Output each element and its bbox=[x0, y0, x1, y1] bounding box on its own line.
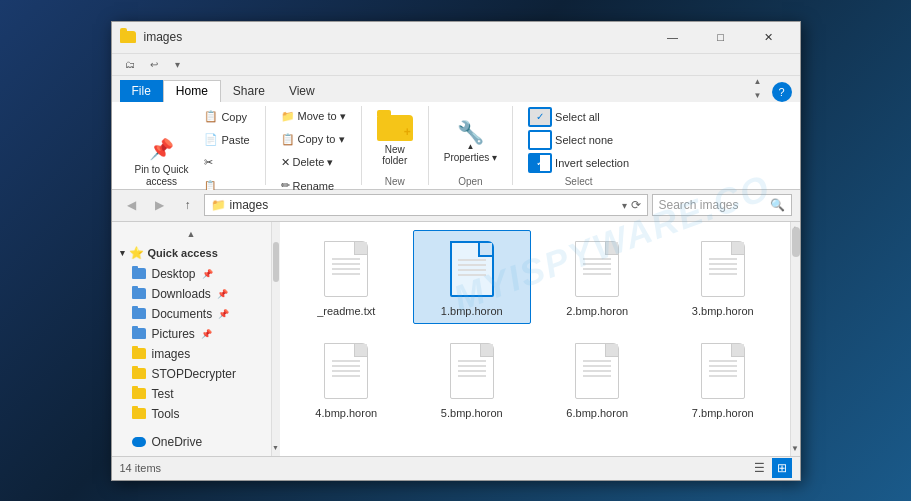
sidebar-item-stopdecrypter[interactable]: STOPDecrypter bbox=[112, 364, 271, 384]
list-view-button[interactable]: ☰ bbox=[750, 458, 770, 478]
cut-button[interactable]: ✂ bbox=[197, 152, 256, 174]
new-folder-label: Newfolder bbox=[382, 144, 407, 166]
open-group: 🔧 ▲ Properties ▾ Open bbox=[429, 106, 513, 185]
view-buttons: ☰ ⊞ bbox=[750, 458, 792, 478]
copy-to-button[interactable]: 📋 Copy to ▾ bbox=[274, 129, 352, 151]
sidebar-item-test[interactable]: Test bbox=[112, 384, 271, 404]
scroll-down-arrow[interactable]: ▼ bbox=[791, 442, 800, 456]
ribbon-expand-down[interactable]: ▼ bbox=[752, 90, 764, 102]
qt-properties-button[interactable]: 🗂 bbox=[120, 55, 140, 73]
documents-label: Documents bbox=[152, 307, 213, 321]
file5-doc-icon bbox=[450, 343, 494, 399]
tools-folder-icon bbox=[132, 408, 146, 419]
file-item-2[interactable]: 2.bmp.horon bbox=[539, 230, 657, 324]
sidebar-scrollbar[interactable]: ▼ bbox=[272, 222, 280, 456]
file2-doc-icon bbox=[575, 241, 619, 297]
sidebar-scroll-up[interactable]: ▲ bbox=[112, 226, 271, 242]
quick-access-label: Quick access bbox=[148, 247, 218, 259]
pictures-folder-icon bbox=[132, 328, 146, 339]
file-item-7[interactable]: 7.bmp.horon bbox=[664, 332, 782, 426]
tab-view[interactable]: View bbox=[277, 80, 327, 102]
back-button[interactable]: ◀ bbox=[120, 193, 144, 217]
properties-button[interactable]: 🔧 ▲ Properties ▾ bbox=[437, 106, 504, 174]
address-bar[interactable]: 📁 images ▾ ⟳ bbox=[204, 194, 648, 216]
file-item-1[interactable]: 1.bmp.horon bbox=[413, 230, 531, 324]
select-group-label: Select bbox=[521, 174, 636, 189]
file-item-6[interactable]: 6.bmp.horon bbox=[539, 332, 657, 426]
sidebar-item-documents[interactable]: Documents 📌 bbox=[112, 304, 271, 324]
quick-access-header: ▾ ⭐ Quick access bbox=[112, 242, 271, 264]
qt-dropdown-button[interactable]: ▾ bbox=[168, 55, 188, 73]
test-folder-icon bbox=[132, 388, 146, 399]
pin-icon: 📌 bbox=[149, 137, 174, 161]
paste-label: Paste bbox=[221, 134, 249, 146]
new-buttons: + Newfolder bbox=[370, 106, 420, 174]
minimize-button[interactable]: — bbox=[650, 21, 696, 53]
select-none-icon bbox=[528, 130, 552, 150]
desktop-label: Desktop bbox=[152, 267, 196, 281]
tab-share[interactable]: Share bbox=[221, 80, 277, 102]
sidebar-item-onedrive[interactable]: OneDrive bbox=[112, 432, 271, 452]
file6-icon bbox=[571, 339, 623, 403]
sidebar-item-pictures[interactable]: Pictures 📌 bbox=[112, 324, 271, 344]
file-scrollbar[interactable]: ▲ ▼ bbox=[790, 222, 800, 456]
pictures-label: Pictures bbox=[152, 327, 195, 341]
readme-file-icon bbox=[320, 237, 372, 301]
desktop-pin-icon: 📌 bbox=[202, 269, 213, 279]
tab-file[interactable]: File bbox=[120, 80, 163, 102]
close-button[interactable]: ✕ bbox=[746, 21, 792, 53]
file2-filename: 2.bmp.horon bbox=[566, 305, 628, 317]
file-item-5[interactable]: 5.bmp.horon bbox=[413, 332, 531, 426]
sidebar-item-images[interactable]: images bbox=[112, 344, 271, 364]
new-folder-button[interactable]: + Newfolder bbox=[370, 106, 420, 174]
window-icon bbox=[120, 29, 136, 45]
invert-selection-button[interactable]: ✓ Invert selection bbox=[521, 152, 636, 174]
address-dropdown-button[interactable]: ▾ bbox=[622, 200, 627, 211]
sidebar-wrapper: ▲ ▾ ⭐ Quick access Desktop 📌 Downloads 📌 bbox=[112, 222, 280, 456]
window-title: images bbox=[140, 30, 650, 44]
delete-icon: ✕ bbox=[281, 156, 290, 169]
forward-button[interactable]: ▶ bbox=[148, 193, 172, 217]
sidebar-item-downloads[interactable]: Downloads 📌 bbox=[112, 284, 271, 304]
scissors-icon: ✂ bbox=[204, 156, 213, 169]
grid-view-button[interactable]: ⊞ bbox=[772, 458, 792, 478]
ribbon-expand-up[interactable]: ▲ bbox=[752, 76, 764, 88]
quick-access-chevron[interactable]: ▾ bbox=[120, 248, 125, 258]
select-buttons: ✓ Select all Select none ✓ Invert select… bbox=[521, 106, 636, 174]
move-to-label: Move to ▾ bbox=[298, 110, 346, 123]
ribbon-nav: ▲ ▼ bbox=[748, 76, 768, 102]
move-icon: 📁 bbox=[281, 110, 295, 123]
tab-home[interactable]: Home bbox=[163, 80, 221, 102]
images-folder-icon bbox=[132, 348, 146, 359]
select-none-button[interactable]: Select none bbox=[521, 129, 620, 151]
search-placeholder: Search images bbox=[659, 198, 739, 212]
properties-arrow: ▲ bbox=[466, 142, 474, 151]
help-button[interactable]: ? bbox=[772, 82, 792, 102]
copy-button[interactable]: 📋 Copy bbox=[197, 106, 256, 128]
file-item-4[interactable]: 4.bmp.horon bbox=[288, 332, 406, 426]
stopdecrypter-label: STOPDecrypter bbox=[152, 367, 236, 381]
sidebar-item-tools[interactable]: Tools bbox=[112, 404, 271, 424]
select-all-button[interactable]: ✓ Select all bbox=[521, 106, 607, 128]
maximize-button[interactable]: □ bbox=[698, 21, 744, 53]
pin-quick-access-button[interactable]: 📌 Pin to Quickaccess bbox=[128, 129, 196, 197]
sidebar-item-desktop[interactable]: Desktop 📌 bbox=[112, 264, 271, 284]
search-icon[interactable]: 🔍 bbox=[770, 198, 785, 212]
file-item-3[interactable]: 3.bmp.horon bbox=[664, 230, 782, 324]
ribbon-tabs: File Home Share View ▲ ▼ ? bbox=[112, 76, 800, 102]
scroll-thumb bbox=[792, 227, 800, 257]
downloads-pin-icon: 📌 bbox=[217, 289, 228, 299]
qt-undo-button[interactable]: ↩ bbox=[144, 55, 164, 73]
nav-bar: ◀ ▶ ↑ 📁 images ▾ ⟳ Search images 🔍 bbox=[112, 190, 800, 222]
paste-button[interactable]: 📄 Paste bbox=[197, 129, 256, 151]
sidebar-scroll-down-btn[interactable]: ▼ bbox=[272, 440, 280, 456]
stopdecrypter-folder-icon bbox=[132, 368, 146, 379]
move-to-button[interactable]: 📁 Move to ▾ bbox=[274, 106, 353, 128]
up-button[interactable]: ↑ bbox=[176, 193, 200, 217]
delete-button[interactable]: ✕ Delete ▾ bbox=[274, 152, 341, 174]
refresh-button[interactable]: ⟳ bbox=[631, 198, 641, 212]
organize-buttons: 📁 Move to ▾ 📋 Copy to ▾ ✕ Delete ▾ ✏ Ren… bbox=[274, 106, 353, 197]
file-item-readme[interactable]: _readme.txt bbox=[288, 230, 406, 324]
file4-filename: 4.bmp.horon bbox=[315, 407, 377, 419]
organize-group: 📁 Move to ▾ 📋 Copy to ▾ ✕ Delete ▾ ✏ Ren… bbox=[266, 106, 362, 185]
